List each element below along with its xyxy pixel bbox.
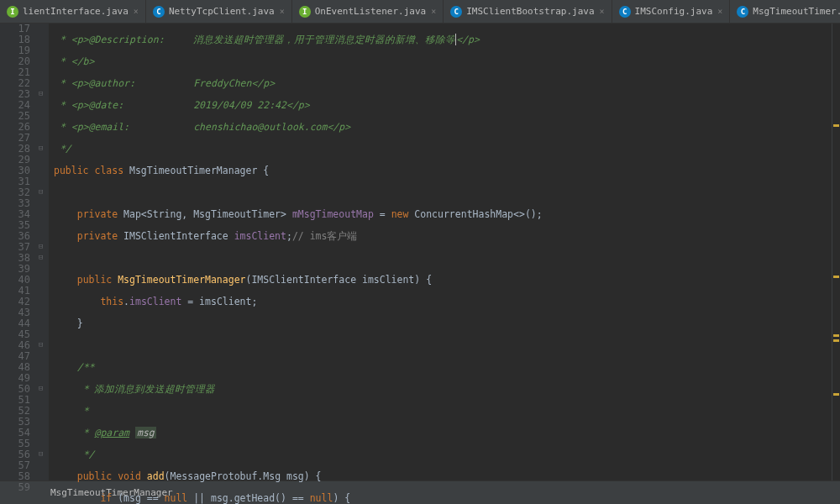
fold-gutter[interactable]: ⊟⊟⊟⊟⊟⊟⊟⊟ [37, 24, 49, 480]
close-icon[interactable]: × [134, 7, 139, 16]
class-icon: C [450, 6, 462, 18]
close-icon[interactable]: × [600, 7, 605, 16]
code-area[interactable]: * <p>@Description: 消息发送超时管理器，用于管理消息定时器的新… [49, 24, 832, 480]
scroll-warning-mark[interactable] [833, 276, 839, 278]
fold-toggle-icon[interactable]: ⊟ [39, 89, 43, 97]
tab-lient-interface[interactable]: IlientInterface.java× [0, 0, 146, 23]
tab-ims-client-bootstrap[interactable]: CIMSClientBootstrap.java× [444, 0, 612, 23]
close-icon[interactable]: × [280, 7, 285, 16]
editor-tabs: IlientInterface.java× CNettyTcpClient.ja… [0, 0, 840, 24]
scroll-warning-mark[interactable] [833, 339, 839, 342]
close-icon[interactable]: × [717, 7, 722, 16]
fold-toggle-icon[interactable]: ⊟ [39, 449, 43, 458]
editor-area: 1718192021222324252627282930313233343536… [0, 24, 840, 480]
scroll-warning-mark[interactable] [833, 334, 839, 337]
fold-toggle-icon[interactable]: ⊟ [39, 144, 43, 152]
class-icon: C [153, 6, 165, 18]
close-icon[interactable]: × [431, 7, 436, 16]
interface-icon: I [7, 6, 18, 18]
fold-toggle-icon[interactable]: ⊟ [39, 384, 43, 392]
scroll-warning-mark[interactable] [833, 393, 839, 396]
scroll-map[interactable] [832, 24, 840, 480]
fold-toggle-icon[interactable]: ⊟ [39, 242, 43, 250]
tab-netty-tcp-client[interactable]: CNettyTcpClient.java× [146, 0, 292, 23]
scroll-warning-mark[interactable] [833, 124, 839, 127]
fold-toggle-icon[interactable]: ⊟ [39, 340, 43, 349]
tab-ims-config[interactable]: CIMSConfig.java× [612, 0, 731, 23]
fold-toggle-icon[interactable]: ⊟ [39, 187, 43, 196]
fold-toggle-icon[interactable]: ⊟ [39, 253, 43, 261]
class-icon: C [619, 6, 631, 18]
tab-msg-timeout-timer[interactable]: CMsgTimeoutTimer.java× [730, 0, 840, 23]
line-number-gutter[interactable]: 1718192021222324252627282930313233343536… [0, 24, 37, 480]
class-icon: C [737, 6, 748, 18]
tab-on-event-listener[interactable]: IOnEventListener.java× [292, 0, 444, 23]
interface-icon: I [299, 6, 311, 18]
